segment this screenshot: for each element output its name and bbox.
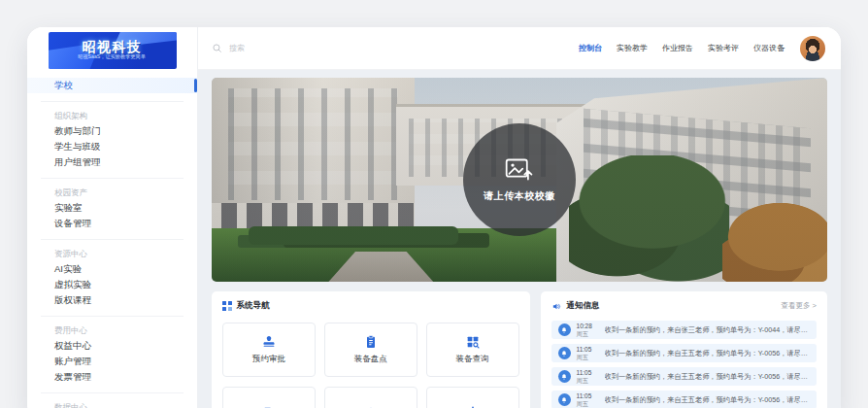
tab-experiment-assessment[interactable]: 实验考评 — [708, 43, 739, 53]
tab-console[interactable]: 控制台 — [579, 43, 602, 53]
notice-card: 通知信息 查看更多 > 10:28 周五 收到一条新的预约 — [541, 291, 827, 408]
notice-time: 10:28 周五 — [577, 323, 599, 337]
content-area: 请上传本校校徽 系统导航 — [198, 70, 841, 408]
sidebar-group-cost-center: 费用中心 权益中心 账户管理 发票管理 — [41, 316, 184, 385]
avatar[interactable] — [800, 36, 825, 61]
sidebar-item-school[interactable]: 学校 — [27, 78, 197, 93]
sidebar: 昭视科技 昭视SaaS，让实验教学更简单 学校 组织架构 教师与部门 学生与班级… — [27, 27, 198, 408]
sidebar-group-campus-assets: 校园资产 实验室 设备管理 — [41, 178, 184, 231]
notice-message: 收到一条新的预约，来自王五老师，预约单号为：Y-0056，请尽快处理。 — [605, 349, 810, 358]
grid-search-icon — [465, 334, 481, 350]
notice-message: 收到一条新的预约，来自王五老师，预约单号为：Y-0056，请尽快处理。 — [605, 372, 810, 382]
sidebar-group-data-center: 数据中心 系统概况 数据报表 — [41, 392, 184, 408]
nav-tiles: 预约审批 装备盘点 — [222, 323, 519, 377]
bell-icon — [558, 347, 571, 359]
tile-label: 装备盘点 — [354, 354, 387, 365]
top-nav-tabs: 控制台 实验教学 作业报告 实验考评 仪器设备 — [579, 43, 785, 53]
stamp-icon — [261, 334, 277, 350]
nav-tiles-row2 — [222, 387, 519, 408]
notice-list: 10:28 周五 收到一条新的预约，来自张三老师，预约单号为：Y-0044，请尽… — [551, 321, 817, 408]
grid-icon — [222, 301, 232, 311]
campus-photo-banner: 请上传本校校徽 — [212, 78, 827, 282]
search-icon — [212, 43, 222, 53]
tile-label: 装备查询 — [456, 354, 489, 365]
logo-tagline: 昭视SaaS，让实验教学更简单 — [79, 54, 147, 60]
notice-time: 11:05 周五 — [577, 369, 599, 384]
sidebar-item-user-groups[interactable]: 用户组管理 — [41, 154, 184, 170]
sidebar-item-teachers-departments[interactable]: 教师与部门 — [41, 123, 184, 139]
bell-icon — [558, 370, 571, 383]
tab-homework-report[interactable]: 作业报告 — [662, 43, 693, 53]
tile-reservation-approval[interactable]: 预约审批 — [222, 323, 316, 377]
view-more-link[interactable]: 查看更多 > — [782, 301, 817, 311]
clipboard-icon — [363, 334, 379, 350]
top-bar: 控制台 实验教学 作业报告 实验考评 仪器设备 — [198, 27, 841, 70]
notice-row[interactable]: 10:28 周五 收到一条新的预约，来自张三老师，预约单号为：Y-0044，请尽… — [551, 321, 817, 339]
notice-title: 通知信息 — [567, 300, 600, 312]
upload-badge-label: 请上传本校校徽 — [484, 189, 555, 203]
sidebar-item-licensed-courses[interactable]: 版权课程 — [41, 292, 184, 308]
sidebar-group-header: 数据中心 — [41, 399, 184, 408]
sidebar-item-students-classes[interactable]: 学生与班级 — [41, 139, 184, 154]
sidebar-item-benefits-center[interactable]: 权益中心 — [41, 338, 184, 354]
notice-row[interactable]: 11:05 周五 收到一条新的预约，来自王五老师，预约单号为：Y-0056，请尽… — [551, 391, 817, 408]
sidebar-group-header: 费用中心 — [41, 323, 184, 338]
main-area: 控制台 实验教学 作业报告 实验考评 仪器设备 — [198, 27, 841, 408]
sidebar-group-header: 资源中心 — [41, 246, 184, 261]
notice-row[interactable]: 11:05 周五 收到一条新的预约，来自王五老师，预约单号为：Y-0056，请尽… — [551, 344, 817, 362]
system-nav-card: 系统导航 预约审批 — [212, 291, 530, 408]
logo-title: 昭视科技 — [83, 40, 143, 54]
notice-row[interactable]: 11:05 周五 收到一条新的预约，来自王五老师，预约单号为：Y-0056，请尽… — [551, 367, 817, 386]
notice-message: 收到一条新的预约，来自张三老师，预约单号为：Y-0044，请尽快处理。 — [605, 325, 810, 335]
tile-equipment-inventory[interactable]: 装备盘点 — [324, 323, 417, 377]
notice-header: 通知信息 查看更多 > — [551, 300, 817, 312]
search-box[interactable] — [212, 43, 579, 53]
tile-hidden-3[interactable] — [426, 387, 519, 408]
sidebar-group-organization: 组织架构 教师与部门 学生与班级 用户组管理 — [41, 101, 184, 170]
image-upload-icon — [505, 156, 534, 183]
tile-hidden-1[interactable] — [222, 387, 316, 408]
sidebar-menu: 学校 组织架构 教师与部门 学生与班级 用户组管理 校园资产 实验室 设备管理 … — [27, 69, 197, 408]
sidebar-item-ai-experiment[interactable]: AI实验 — [41, 261, 184, 277]
notice-time: 11:05 周五 — [577, 392, 599, 407]
bell-icon — [558, 323, 571, 336]
sidebar-item-equipment-management[interactable]: 设备管理 — [41, 216, 184, 231]
sidebar-item-account-management[interactable]: 账户管理 — [41, 354, 184, 369]
sidebar-item-invoice-management[interactable]: 发票管理 — [41, 369, 184, 385]
sidebar-group-resource-center: 资源中心 AI实验 虚拟实验 版权课程 — [41, 239, 184, 308]
search-input[interactable] — [227, 43, 363, 53]
system-nav-header: 系统导航 — [222, 300, 519, 312]
tab-instruments[interactable]: 仪器设备 — [753, 43, 785, 53]
notice-message: 收到一条新的预约，来自王五老师，预约单号为：Y-0056，请尽快处理。 — [605, 395, 810, 405]
logo[interactable]: 昭视科技 昭视SaaS，让实验教学更简单 — [49, 32, 177, 69]
bottom-cards-row: 系统导航 预约审批 — [212, 291, 827, 408]
tile-hidden-2[interactable] — [324, 387, 417, 408]
app-window: 昭视科技 昭视SaaS，让实验教学更简单 学校 组织架构 教师与部门 学生与班级… — [27, 27, 841, 408]
tab-experiment-teaching[interactable]: 实验教学 — [617, 43, 648, 53]
sidebar-item-virtual-experiment[interactable]: 虚拟实验 — [41, 277, 184, 292]
sidebar-item-laboratory[interactable]: 实验室 — [41, 200, 184, 216]
sidebar-group-header: 组织架构 — [41, 108, 184, 123]
notice-time: 11:05 周五 — [577, 346, 599, 360]
active-indicator — [194, 79, 197, 92]
system-nav-title: 系统导航 — [237, 300, 270, 312]
upload-badge-button[interactable]: 请上传本校校徽 — [463, 123, 576, 236]
sidebar-group-header: 校园资产 — [41, 185, 184, 200]
tile-label: 预约审批 — [252, 354, 285, 365]
speaker-icon — [551, 301, 562, 312]
bell-icon — [558, 393, 571, 406]
sidebar-item-label: 学校 — [54, 80, 73, 90]
tile-equipment-query[interactable]: 装备查询 — [426, 323, 519, 377]
